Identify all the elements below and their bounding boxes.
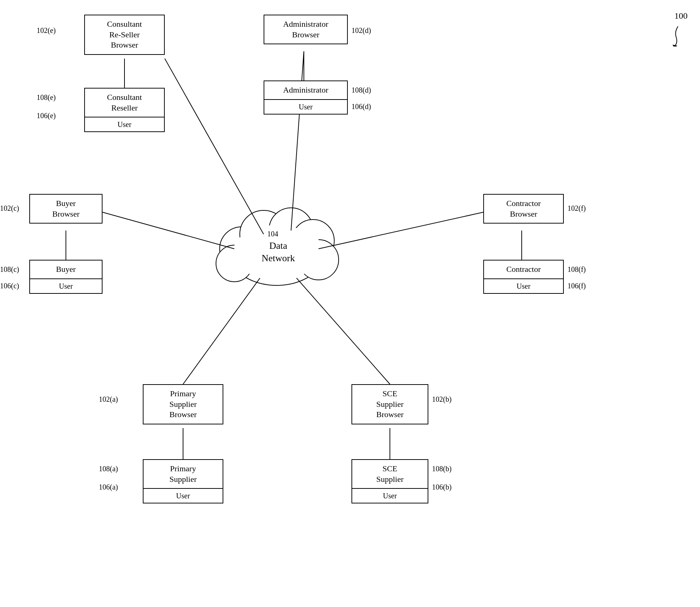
administrator-user-title: Administrator — [264, 81, 347, 99]
label-106c: 106(c) — [0, 282, 19, 290]
sce-supplier-user-title: SCESupplier — [352, 460, 428, 488]
sce-supplier-browser-title: SCESupplierBrowser — [352, 385, 428, 424]
label-108e: 108(e) — [37, 93, 56, 102]
consultant-user-label: User — [85, 117, 164, 131]
diagram-container: 104 DataNetwork ConsultantRe-SellerBrows… — [0, 0, 700, 607]
sce-supplier-user-label: User — [352, 488, 428, 503]
label-106b: 106(b) — [432, 483, 451, 491]
primary-supplier-browser-title: PrimarySupplierBrowser — [144, 385, 223, 424]
label-108c: 108(c) — [0, 265, 19, 274]
ref-100-label: 100 — [674, 11, 700, 21]
label-106a: 106(a) — [99, 483, 118, 491]
contractor-user-title: Contractor — [484, 261, 563, 278]
primary-supplier-user-label: User — [144, 488, 223, 503]
contractor-browser-node: ContractorBrowser — [483, 194, 564, 224]
svg-line-12 — [319, 212, 483, 249]
primary-supplier-browser-node: PrimarySupplierBrowser — [143, 384, 223, 424]
svg-line-11 — [103, 212, 234, 249]
label-102d: 102(d) — [351, 26, 371, 35]
label-106f: 106(f) — [567, 282, 586, 290]
label-108b: 108(b) — [432, 465, 451, 473]
buyer-browser-title: BuyerBrowser — [30, 195, 102, 223]
consultant-user-title: ConsultantReseller — [85, 89, 164, 117]
label-106d: 106(d) — [351, 102, 371, 111]
svg-line-13 — [183, 278, 260, 384]
contractor-user-label: User — [484, 278, 563, 293]
ref-number-area: 100 — [656, 11, 685, 46]
sce-supplier-browser-node: SCESupplierBrowser — [351, 384, 428, 424]
label-108f: 108(f) — [567, 265, 586, 274]
svg-line-10 — [291, 51, 304, 231]
label-108a: 108(a) — [99, 465, 118, 473]
svg-point-6 — [216, 245, 253, 282]
administrator-user-node: Administrator User — [264, 80, 348, 115]
svg-line-9 — [165, 59, 264, 234]
buyer-user-title: Buyer — [30, 261, 102, 278]
consultant-browser-title: ConsultantRe-SellerBrowser — [85, 15, 164, 54]
consultant-browser-node: ConsultantRe-SellerBrowser — [84, 15, 165, 55]
label-102a: 102(a) — [99, 395, 118, 404]
buyer-user-node: Buyer User — [29, 260, 103, 294]
cloud-label: 104 DataNetwork — [256, 240, 300, 265]
contractor-user-node: Contractor User — [483, 260, 564, 294]
ref-arrow-svg — [656, 21, 685, 46]
label-108d: 108(d) — [351, 86, 371, 94]
primary-supplier-user-title: PrimarySupplier — [144, 460, 223, 488]
primary-supplier-user-node: PrimarySupplier User — [143, 459, 223, 503]
label-102f: 102(f) — [567, 204, 586, 213]
consultant-user-node: ConsultantReseller User — [84, 88, 165, 132]
label-102e: 102(e) — [37, 26, 56, 35]
label-102b: 102(b) — [432, 395, 451, 404]
svg-marker-21 — [673, 45, 677, 46]
sce-supplier-user-node: SCESupplier User — [351, 459, 428, 503]
svg-point-5 — [298, 240, 339, 280]
administrator-browser-node: AdministratorBrowser — [264, 15, 348, 44]
administrator-user-label: User — [264, 99, 347, 114]
label-106e: 106(e) — [37, 112, 56, 120]
network-label: DataNetwork — [256, 240, 300, 265]
contractor-browser-title: ContractorBrowser — [484, 195, 563, 223]
administrator-browser-title: AdministratorBrowser — [264, 15, 347, 44]
svg-line-14 — [297, 278, 390, 384]
label-102c: 102(c) — [0, 204, 19, 213]
buyer-user-label: User — [30, 278, 102, 293]
buyer-browser-node: BuyerBrowser — [29, 194, 103, 224]
